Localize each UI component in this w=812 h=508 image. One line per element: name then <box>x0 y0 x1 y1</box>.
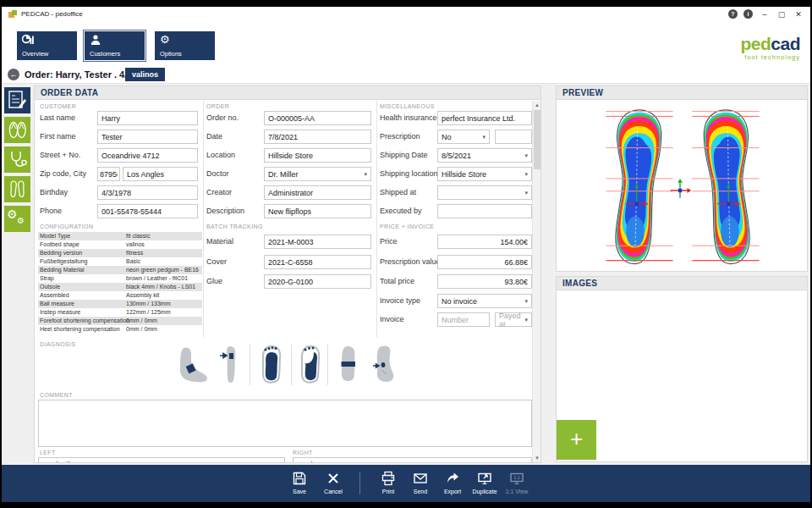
sidebar-item-settings[interactable]: ⚙⚙ <box>4 206 30 232</box>
sidebar-item-insoles[interactable] <box>4 176 30 202</box>
preview-panel: PREVIEW <box>556 86 808 272</box>
sidebar-item-flipflops[interactable] <box>4 117 30 143</box>
birthday-input[interactable] <box>97 185 198 200</box>
invoice-type-select[interactable]: No invoice▾ <box>437 294 532 308</box>
minimize-button[interactable]: – <box>760 9 770 19</box>
cancel-label: Cancel <box>318 489 348 494</box>
diagnosis-footprint-right-icon[interactable] <box>299 345 324 389</box>
scroll-down-icon[interactable]: ▼ <box>533 454 540 462</box>
health-insurance-input[interactable] <box>437 111 532 125</box>
insoles-icon <box>8 179 27 199</box>
footbed-shape-badge[interactable]: valinos <box>125 68 165 81</box>
creator-label: Creator <box>206 185 232 200</box>
invoice-payed-select[interactable]: Payed at▾ <box>495 312 532 327</box>
shipping-location-value: Hillside Store <box>442 170 486 179</box>
config-label: Outsole <box>40 283 124 291</box>
info-button[interactable]: i <box>743 9 753 19</box>
config-row: Outsoleblack 4mm / Knobs - LS01 <box>38 283 202 291</box>
date-label: Date <box>206 130 222 144</box>
right-section-label: RIGHT <box>293 450 313 456</box>
pedcad-window: PEDCAD - pedoffice ? i – ▢ ✕ Overview Cu… <box>2 7 810 495</box>
description-input[interactable] <box>264 204 371 218</box>
invoice-number-input[interactable] <box>437 312 490 327</box>
tab-options[interactable]: ⚙ Options <box>155 31 215 60</box>
overview-chart-icon <box>22 34 34 46</box>
first-name-label: First name <box>40 130 76 144</box>
diagnosis-leg-icon[interactable] <box>219 345 244 389</box>
executed-by-input[interactable] <box>437 204 532 218</box>
axes-marker-icon <box>667 175 693 206</box>
right-input[interactable] <box>293 457 532 462</box>
chevron-down-icon: ▾ <box>482 134 486 141</box>
sidebar-item-diagnosis[interactable] <box>4 146 30 173</box>
street-label: Street + No. <box>40 148 80 163</box>
images-panel: IMAGES + <box>556 276 808 462</box>
config-label: Instep measure <box>40 308 124 317</box>
first-name-input[interactable] <box>97 130 198 144</box>
diagnosis-footprint-left-icon[interactable] <box>258 345 283 389</box>
glue-input[interactable] <box>264 274 371 289</box>
prescription-extra-input[interactable] <box>495 130 532 144</box>
config-row: Bedding versionfitness <box>38 249 202 257</box>
print-printer-icon <box>373 471 403 486</box>
prescription-select[interactable]: No▾ <box>437 130 490 144</box>
city-input[interactable] <box>123 167 198 181</box>
scroll-up-icon[interactable]: ▲ <box>533 101 540 109</box>
date-input[interactable] <box>264 130 371 144</box>
sidebar-item-order-form[interactable] <box>4 87 30 113</box>
shipping-date-select[interactable]: 8/5/2021▾ <box>437 148 532 163</box>
price-input[interactable] <box>437 235 532 249</box>
add-image-button[interactable]: + <box>557 420 596 460</box>
scrollbar-thumb[interactable] <box>534 110 540 169</box>
zip-input[interactable] <box>97 167 120 181</box>
config-label: Footbed shape <box>40 240 124 249</box>
config-label: Ball measure <box>40 300 124 308</box>
total-price-input[interactable] <box>437 274 532 289</box>
invoice-type-value: No invoice <box>442 297 477 306</box>
one-to-one-view-label: 1:1 View <box>502 489 532 494</box>
tab-options-label: Options <box>160 50 182 58</box>
tab-overview[interactable]: Overview <box>17 31 77 60</box>
prescription-value-input[interactable] <box>437 255 532 269</box>
tab-customers[interactable]: Customers <box>85 31 145 60</box>
cover-label: Cover <box>206 255 227 269</box>
location-input[interactable] <box>264 148 371 163</box>
last-name-input[interactable] <box>97 111 198 125</box>
diagnosis-foot-side-icon[interactable] <box>177 345 211 389</box>
creator-input[interactable] <box>264 185 371 200</box>
doctor-select[interactable]: Dr. Miller▾ <box>264 167 371 181</box>
export-button[interactable]: Export <box>437 471 468 494</box>
preview-header: PREVIEW <box>557 86 807 100</box>
left-input[interactable] <box>38 457 285 462</box>
close-button[interactable]: ✕ <box>793 9 804 19</box>
misc-section-label: MISCELLANEOUS <box>380 103 435 109</box>
shipping-location-select[interactable]: Hillside Store▾ <box>437 167 532 181</box>
logo-tagline: foot technology <box>740 54 800 61</box>
shipped-at-label: Shipped at <box>380 185 416 200</box>
comment-textarea[interactable] <box>38 400 532 447</box>
diagnosis-ankle-back-icon[interactable] <box>370 345 398 389</box>
send-button[interactable]: Send <box>405 471 436 494</box>
invoice-label: Invoice <box>380 312 404 327</box>
print-button[interactable]: Print <box>373 471 403 494</box>
help-button[interactable]: ? <box>728 9 738 19</box>
preview-body <box>557 101 807 271</box>
main-area: ⚙⚙ ORDER DATA CUSTOMER Last name First n… <box>2 84 810 465</box>
order-panel-scrollbar[interactable]: ▲ ▼ <box>532 101 540 462</box>
material-input[interactable] <box>264 235 371 249</box>
phone-input[interactable] <box>97 204 198 218</box>
save-button[interactable]: Save <box>284 471 315 494</box>
one-to-one-view-button[interactable]: 1:1 1:1 View <box>502 471 532 494</box>
shipped-at-select[interactable]: ▾ <box>437 185 532 200</box>
invoice-type-label: Invoice type <box>380 294 420 308</box>
logo-ped: ped <box>740 34 771 53</box>
config-value: neon green pedgum - BE16 <box>126 266 200 274</box>
duplicate-button[interactable]: Duplicate <box>469 471 500 494</box>
street-input[interactable] <box>97 148 198 163</box>
back-button[interactable]: ← <box>8 69 19 80</box>
maximize-button[interactable]: ▢ <box>776 9 787 19</box>
cover-input[interactable] <box>264 255 371 269</box>
order-no-input[interactable] <box>264 111 371 125</box>
diagnosis-insole-band-icon[interactable] <box>336 345 361 389</box>
cancel-button[interactable]: Cancel <box>318 471 348 494</box>
